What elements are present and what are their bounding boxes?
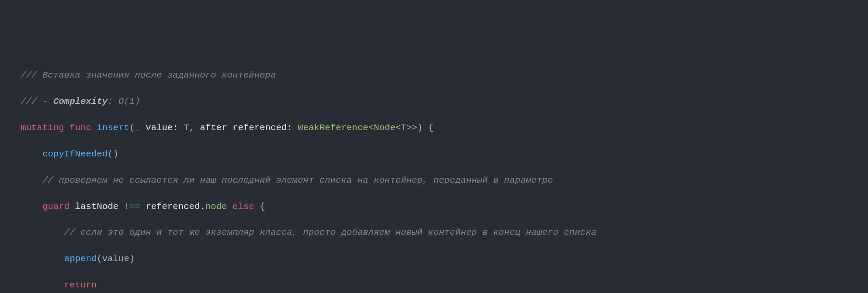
- angle-close: >>: [406, 123, 417, 133]
- doc-comment: : O(1): [108, 97, 141, 106]
- doc-comment: /// Вставка значения после заданного кон…: [21, 70, 276, 80]
- paren-open: (: [129, 123, 135, 133]
- space: [227, 202, 233, 212]
- angle-open: <: [396, 123, 401, 133]
- function-call: copyIfNeeded: [42, 149, 107, 159]
- param-label: after: [200, 123, 227, 133]
- keyword-guard: guard: [42, 202, 69, 212]
- code-line: append(value): [0, 252, 868, 265]
- angle-open: <: [368, 123, 374, 133]
- keyword-else: else: [233, 202, 254, 212]
- comma: ,: [189, 123, 200, 133]
- paren-brace: ) {: [417, 123, 434, 133]
- identifier: referenced.: [140, 202, 205, 212]
- code-line: /// Вставка значения после заданного кон…: [0, 69, 868, 82]
- code-line: guard lastNode !== referenced.node else …: [0, 200, 868, 213]
- code-line: copyIfNeeded(): [0, 148, 868, 161]
- type: T: [401, 123, 406, 133]
- type: WeakReference: [298, 123, 368, 133]
- code-line: /// - Complexity: O(1): [0, 95, 868, 108]
- brace-open: {: [254, 202, 265, 212]
- param: referenced:: [227, 123, 298, 133]
- keyword-func: func: [69, 123, 91, 133]
- space: [91, 123, 97, 133]
- parens: (): [108, 149, 119, 159]
- keyword-return: return: [64, 280, 97, 290]
- type: Node: [374, 123, 395, 133]
- comment: // если это один и тот же экземпляр клас…: [64, 228, 596, 237]
- doc-tag: Complexity: [53, 97, 108, 106]
- param: value:: [140, 123, 184, 133]
- code-line: // проверяем не ссылается ли наш последн…: [0, 174, 868, 187]
- operator: !==: [124, 202, 140, 212]
- code-editor: /// Вставка значения после заданного кон…: [0, 56, 868, 293]
- underscore: _: [135, 123, 141, 133]
- doc-comment: /// -: [21, 97, 53, 106]
- code-line: return: [0, 279, 868, 292]
- identifier: lastNode: [69, 202, 124, 212]
- property: node: [206, 202, 227, 212]
- parens: (value): [97, 254, 134, 264]
- keyword-mutating: mutating: [21, 123, 64, 133]
- code-line: // если это один и тот же экземпляр клас…: [0, 226, 868, 239]
- code-line: mutating func insert(_ value: T, after r…: [0, 122, 868, 134]
- type: T: [184, 123, 189, 133]
- function-call: append: [64, 254, 97, 264]
- function-name: insert: [97, 123, 129, 133]
- comment: // проверяем не ссылается ли наш последн…: [42, 175, 553, 185]
- space: [64, 123, 70, 133]
